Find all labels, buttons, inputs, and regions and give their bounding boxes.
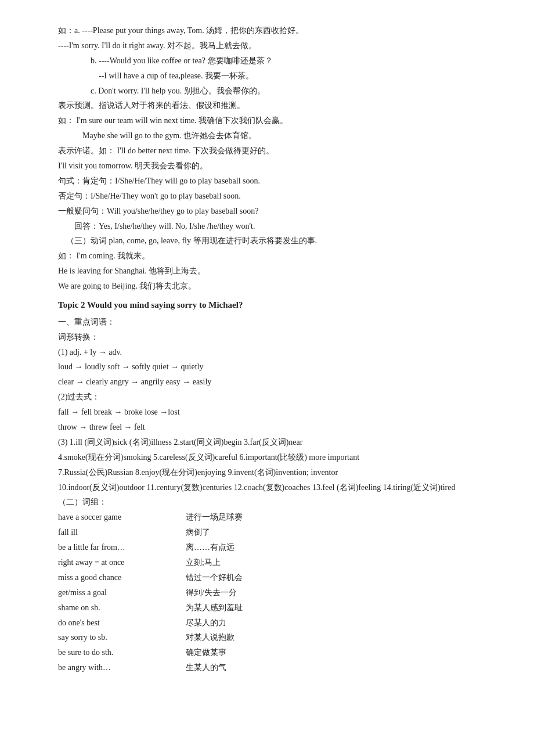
vocab-english: say sorry to sb. bbox=[58, 630, 186, 645]
vocab-chinese: 立刻;马上 bbox=[186, 555, 488, 570]
vocab-chinese: 尽某人的力 bbox=[186, 615, 488, 631]
vocab-english: do one's best bbox=[58, 615, 186, 631]
text-line: I'll visit you tomorrow. 明天我会去看你的。 bbox=[58, 159, 488, 174]
vocab-english: fall ill bbox=[58, 525, 186, 540]
vocab-row: have a soccer game进行一场足球赛 bbox=[58, 510, 488, 525]
text-line: 如：a. ----Please put your things away, To… bbox=[58, 23, 488, 38]
vocab-row: get/miss a goal得到/失去一分 bbox=[58, 585, 488, 600]
vocab-row: miss a good chance错过一个好机会 bbox=[58, 570, 488, 585]
text-line: （二）词组： bbox=[58, 495, 488, 510]
text-line: 回答：Yes, I/she/he/they will. No, I/she /h… bbox=[58, 219, 488, 234]
text-line: 词形转换： bbox=[58, 330, 488, 345]
text-line: (3) 1.ill (同义词)sick (名词)illness 2.start(… bbox=[58, 435, 488, 450]
vocab-chinese: 错过一个好机会 bbox=[186, 570, 488, 585]
text-line: （三）动词 plan, come, go, leave, fly 等用现在进行时… bbox=[58, 233, 488, 249]
vocab-chinese: 为某人感到羞耻 bbox=[186, 600, 488, 615]
text-line: 一、重点词语： bbox=[58, 315, 488, 330]
text-line: 否定句：I/She/He/They won't go to play baseb… bbox=[58, 189, 488, 204]
vocab-row: be a little far from…离……有点远 bbox=[58, 540, 488, 555]
text-line: fall → fell break → broke lose →lost bbox=[58, 405, 488, 420]
text-line: 句式：肯定句：I/She/He/They will go to play bas… bbox=[58, 174, 488, 189]
text-line: 如： I'm coming. 我就来。 bbox=[58, 249, 488, 264]
text-line: loud → loudly soft → softly quiet → quie… bbox=[58, 359, 488, 375]
vocab-english: get/miss a goal bbox=[58, 585, 186, 600]
vocab-row: shame on sb.为某人感到羞耻 bbox=[58, 600, 488, 615]
vocab-row: fall ill病倒了 bbox=[58, 525, 488, 540]
text-line: c. Don't worry. I'll help you. 别担心。我会帮你的… bbox=[58, 84, 488, 99]
vocab-chinese: 确定做某事 bbox=[186, 645, 488, 660]
vocab-english: shame on sb. bbox=[58, 600, 186, 615]
text-line: clear → clearly angry → angrily easy → e… bbox=[58, 375, 488, 390]
text-line: 表示预测。指说话人对于将来的看法、假设和推测。 bbox=[58, 98, 488, 113]
text-line: He is leaving for Shanghai. 他将到上海去。 bbox=[58, 264, 488, 279]
vocab-row: be sure to do sth.确定做某事 bbox=[58, 645, 488, 660]
vocab-english: miss a good chance bbox=[58, 570, 186, 585]
text-line: We are going to Beijing. 我们将去北京。 bbox=[58, 279, 488, 294]
vocab-english: be sure to do sth. bbox=[58, 645, 186, 660]
vocab-chinese: 得到/失去一分 bbox=[186, 585, 488, 600]
text-line: 表示许诺。如： I'll do better next time. 下次我会做得… bbox=[58, 143, 488, 159]
vocab-row: say sorry to sb.对某人说抱歉 bbox=[58, 630, 488, 645]
text-line: --I will have a cup of tea,please. 我要一杯茶… bbox=[58, 69, 488, 84]
vocab-chinese: 对某人说抱歉 bbox=[186, 630, 488, 645]
vocab-english: be angry with… bbox=[58, 660, 186, 675]
text-line: 一般疑问句：Will you/she/he/they go to play ba… bbox=[58, 204, 488, 219]
topic-title: Topic 2 Would you mind saying sorry to M… bbox=[58, 297, 488, 314]
vocab-row: do one's best尽某人的力 bbox=[58, 615, 488, 631]
text-line: ----I'm sorry. I'll do it right away. 对不… bbox=[58, 38, 488, 53]
vocab-chinese: 进行一场足球赛 bbox=[186, 510, 488, 525]
text-line: 10.indoor(反义词)outdoor 11.century(复数)cent… bbox=[58, 480, 488, 495]
vocab-english: be a little far from… bbox=[58, 540, 186, 555]
vocab-english: right away = at once bbox=[58, 555, 186, 570]
text-line: 4.smoke(现在分词)smoking 5.careless(反义词)care… bbox=[58, 450, 488, 465]
text-line: b. ----Would you like coffee or tea? 您要咖… bbox=[58, 53, 488, 69]
main-content: 如：a. ----Please put your things away, To… bbox=[58, 23, 488, 675]
vocab-english: have a soccer game bbox=[58, 510, 186, 525]
vocab-chinese: 离……有点远 bbox=[186, 540, 488, 555]
text-line: 如： I'm sure our team will win next time.… bbox=[58, 113, 488, 128]
text-line: Maybe she will go to the gym. 也许她会去体育馆。 bbox=[58, 128, 488, 143]
text-line: 7.Russia(公民)Russian 8.enjoy(现在分词)enjoyin… bbox=[58, 465, 488, 480]
vocab-row: right away = at once立刻;马上 bbox=[58, 555, 488, 570]
text-line: (2)过去式： bbox=[58, 390, 488, 405]
vocab-row: be angry with…生某人的气 bbox=[58, 660, 488, 675]
text-line: (1) adj. + ly → adv. bbox=[58, 345, 488, 360]
text-line: throw → threw feel → felt bbox=[58, 420, 488, 435]
vocab-chinese: 生某人的气 bbox=[186, 660, 488, 675]
vocab-chinese: 病倒了 bbox=[186, 525, 488, 540]
